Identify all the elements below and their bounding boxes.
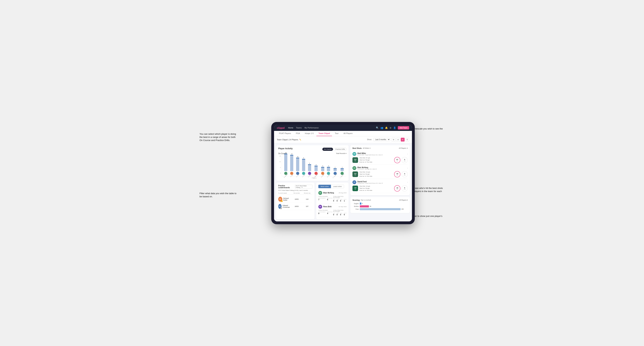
metric-value-2b: 0 (404, 173, 405, 174)
search-icon[interactable]: 🔍 (376, 127, 379, 129)
leaderboard-filter[interactable]: PUTT Must Make Putting... ▾ (295, 185, 312, 188)
tournament-stat-2: Tournament 8 (318, 211, 326, 214)
shot-end-lie-1: End Lie: In The Hole (360, 161, 393, 163)
active-player-name-1: Blair McHarg (323, 192, 334, 194)
all-shots-label: All Shots (363, 147, 369, 149)
shot-info-1: Shot Dist: 67 yds Start Lie: Rough End L… (360, 157, 393, 163)
annotation-top-left: You can select which player is doing the… (200, 133, 238, 142)
view-list-button[interactable]: ☰ (405, 138, 409, 142)
bar-group-8: 2E.E. Crossman (332, 167, 338, 176)
view-grid4-button[interactable]: ⊞ (392, 138, 396, 142)
most-active-toggle[interactable]: Most Active (318, 185, 331, 188)
shot-player-card-3[interactable]: DF David Ford 24 Aug 2023 · Royal North … (352, 179, 408, 193)
metric-value-1a: 67 (396, 159, 398, 161)
view-grid2-button[interactable]: ⊟ (396, 138, 400, 142)
shot-player-info-3: DF David Ford 24 Aug 2023 · Royal North … (352, 180, 383, 184)
shot-end-lie-3: End Lie: In The Hole (360, 189, 393, 191)
practice-value-2: 4 (327, 212, 332, 214)
lb-avg-1: 110 (302, 198, 312, 200)
bar-value-3: 9 (303, 157, 304, 159)
tournament-stat-1: Tournament 7 (318, 198, 326, 201)
tab-hcaps[interactable]: Hcaps 1-5 (303, 131, 316, 136)
people-icon[interactable]: 👥 (380, 127, 383, 129)
lb-col-score: PB Score (292, 192, 302, 194)
metric-value-3a: 16 (396, 187, 398, 189)
y-label-15: 15 (278, 156, 281, 157)
team-name: Team Clippd | 14 Players (277, 139, 298, 141)
add-team-button[interactable]: Add Team (398, 126, 409, 130)
metric-unit-2b: yds (404, 174, 406, 176)
shot-avatar-3: DF (352, 180, 356, 184)
shot-start-lie-2: Start Lie: Rough (360, 173, 393, 175)
shot-avatar-2: BM (352, 166, 356, 170)
nav-link-teams[interactable]: Teams (296, 127, 302, 129)
edit-icon[interactable]: ✏️ (299, 139, 301, 141)
bar-group-0: 13B.B. McHarg (283, 152, 288, 176)
practice-stat-1: Practice 6 (327, 198, 332, 201)
birdies-bar (360, 205, 369, 207)
total-rounds-label-2: Total Rounds (318, 210, 332, 211)
total-practice-section-1: Total Practice Activities GTT 0 APP (333, 196, 347, 202)
left-column: Player Activity On Course Practice Drill… (276, 145, 348, 219)
scoring-players-filter[interactable]: All Players ▾ (399, 199, 408, 201)
active-player-header-1: BM Blair McHarg 26 Aug 2023 (318, 191, 346, 195)
bar-group-5: 4D.D. Billingham (313, 164, 319, 176)
lb-player-1: RB 1 Richard Butler (278, 197, 292, 202)
pars-bar (360, 208, 400, 210)
tab-team-clippd[interactable]: Team Clippd (316, 131, 332, 136)
bottom-row: Practice Leaderboards PUTT Must Make Put… (276, 183, 348, 219)
shot-avatar-1: MM (352, 152, 356, 156)
shot-player-info-2: BM Blair McHarg 23 Jul 2023 · Ashridge G… (352, 166, 376, 170)
nav-links: Home Teams My Performance (288, 127, 372, 129)
shot-details-1: 200 SG Shot Dist: 67 yds Start Lie: Roug… (352, 157, 408, 163)
shot-metrics-3: 16 yds 0 yds (394, 185, 408, 191)
bar-value-5: 4 (316, 164, 316, 165)
best-shots-title: Best Shots (352, 147, 362, 149)
eagles-count: 3 (362, 203, 363, 204)
shot-info-3: Shot Dist: 16 yds Start Lie: Rough End L… (360, 185, 393, 191)
nav-link-home[interactable]: Home (288, 127, 293, 129)
annotation-bottom-left: Filter what data you wish the table to b… (200, 192, 238, 198)
scoring-filter[interactable]: Par 3, 4 & 5s ▾ (361, 199, 371, 201)
shot-player-card-1[interactable]: MM Matt Miller 09 Jun 2023 · Royal North… (352, 151, 408, 165)
shot-badge-sub-1: SG (354, 160, 356, 161)
lb-row: RB 1 Richard Butler 19/20 110 (278, 196, 312, 203)
period-dropdown[interactable]: Last 3 months Last month Last 6 months L… (373, 138, 390, 141)
chart-with-axis: 15 10 5 0 13B.B. McHarg12R.R. Britt10D.D… (278, 156, 346, 179)
tab-pgat-players[interactable]: PGAT Players (277, 131, 293, 136)
app-stat-1: APP 0 (337, 199, 339, 202)
metric-circle-3b: 0 yds (402, 185, 408, 191)
arg-value-2: 0 (340, 214, 342, 216)
tab-practice-drills[interactable]: Practice Drills (334, 148, 346, 151)
gtt-stat-2: GTT 0 (333, 213, 335, 216)
tab-tour[interactable]: Tour (333, 131, 340, 136)
app-value-2: 0 (337, 214, 339, 216)
leaderboard-subtitle: PUTT Must Make Putting (3-6 ft), Last 3 … (278, 190, 312, 191)
plus-circle-icon[interactable]: ⊕ (390, 127, 392, 129)
bar-2 (296, 158, 299, 171)
least-active-toggle[interactable]: Least Active (331, 185, 344, 188)
putt-value-1: 1 (344, 200, 347, 202)
lb-col-avg: PB Avg SQ (302, 192, 312, 194)
shot-player-name-2: Blair McHarg (357, 167, 376, 169)
practice-stat-2: Practice 4 (327, 211, 332, 214)
bell-icon[interactable]: 🔔 (385, 127, 388, 129)
view-heart-button[interactable]: ♥ (401, 138, 404, 142)
user-icon[interactable]: 👤 (393, 127, 396, 129)
y-label-10: 10 (278, 161, 281, 162)
activity-tabs: On Course Practice Drills (322, 148, 347, 151)
shot-player-card-2[interactable]: BM Blair McHarg 23 Jul 2023 · Ashridge G… (352, 165, 408, 179)
metric-circle-1b: 0 yds (402, 157, 408, 163)
lb-avatar-2: EC 2 (278, 204, 282, 209)
bar-group-6: 3R.R. Butler (320, 165, 325, 176)
shot-badge-sub-2: SG (354, 174, 356, 175)
tab-pga[interactable]: PGA (294, 131, 302, 136)
nav-link-my-performance[interactable]: My Performance (304, 127, 319, 129)
eagles-bar (360, 202, 361, 205)
tab-all-players[interactable]: All Players (342, 131, 355, 136)
all-players-filter[interactable]: All Players ▾ (399, 147, 408, 149)
all-shots-filter[interactable]: All Shots ▾ (363, 147, 371, 149)
shot-end-lie-2: End Lie: In The Hole (360, 175, 393, 177)
total-rounds-filter[interactable]: Total Rounds ▾ (336, 153, 347, 154)
tab-on-course[interactable]: On Course (322, 148, 333, 151)
